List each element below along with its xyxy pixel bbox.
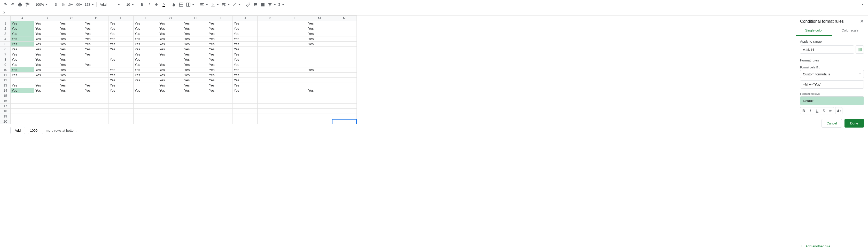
cell[interactable]: Yes <box>34 36 59 41</box>
cell[interactable]: Yes <box>133 47 158 52</box>
cell[interactable]: Yes <box>233 72 257 78</box>
cell[interactable] <box>257 21 282 26</box>
row-header[interactable]: 2 <box>0 26 10 31</box>
cell[interactable] <box>59 98 84 103</box>
cell[interactable] <box>84 114 109 119</box>
cell[interactable]: Yes <box>34 21 59 26</box>
cell[interactable]: Yes <box>84 31 109 36</box>
row-header[interactable]: 19 <box>0 114 10 119</box>
cell[interactable]: Yes <box>208 83 233 88</box>
cell[interactable]: Yes <box>10 62 34 67</box>
cell[interactable] <box>257 26 282 31</box>
row-header[interactable]: 7 <box>0 52 10 57</box>
cell[interactable] <box>59 119 84 124</box>
cell[interactable] <box>257 114 282 119</box>
cell[interactable]: Yes <box>158 62 183 67</box>
column-header[interactable]: L <box>282 16 307 21</box>
cell[interactable]: Yes <box>183 62 208 67</box>
cell[interactable]: Yes <box>183 26 208 31</box>
cell[interactable] <box>282 98 307 103</box>
cell[interactable]: Yes <box>183 21 208 26</box>
cell[interactable] <box>34 119 59 124</box>
cell[interactable]: Yes <box>233 31 257 36</box>
done-button[interactable]: Done <box>844 119 864 128</box>
cell[interactable]: Yes <box>133 31 158 36</box>
strikethrough-button[interactable]: S <box>153 1 160 8</box>
cell[interactable] <box>257 109 282 114</box>
cell[interactable] <box>59 93 84 98</box>
close-panel-button[interactable]: ✕ <box>860 19 864 24</box>
cell[interactable]: Yes <box>233 47 257 52</box>
cell[interactable] <box>158 57 183 62</box>
tab-single-color[interactable]: Single color <box>796 26 832 36</box>
cell[interactable] <box>257 36 282 41</box>
cell[interactable]: Yes <box>10 72 34 78</box>
cell[interactable]: Yes <box>59 52 84 57</box>
cell[interactable]: Yes <box>84 36 109 41</box>
cancel-button[interactable]: Cancel <box>822 119 842 128</box>
cell[interactable] <box>332 31 357 36</box>
cell[interactable] <box>332 88 357 93</box>
cell[interactable]: Yes <box>84 21 109 26</box>
cell[interactable]: Yes <box>133 88 158 93</box>
tab-color-scale[interactable]: Color scale <box>832 26 868 36</box>
cell[interactable]: Yes <box>59 72 84 78</box>
cell[interactable] <box>257 103 282 109</box>
cell[interactable]: Yes <box>233 83 257 88</box>
cell[interactable] <box>34 98 59 103</box>
cell[interactable]: Yes <box>34 41 59 47</box>
font-size-select[interactable]: 10 <box>125 2 135 8</box>
cell[interactable]: Yes <box>307 36 332 41</box>
cell[interactable]: Yes <box>10 83 34 88</box>
style-fill-color-button[interactable]: ▾ <box>835 107 842 114</box>
row-header[interactable]: 9 <box>0 62 10 67</box>
cell[interactable] <box>332 21 357 26</box>
collapse-toolbar-button[interactable] <box>861 4 864 5</box>
format-percent-button[interactable]: % <box>60 1 66 8</box>
cell[interactable]: Yes <box>183 47 208 52</box>
cell[interactable] <box>332 83 357 88</box>
cell[interactable]: Yes <box>84 26 109 31</box>
cell[interactable] <box>158 119 183 124</box>
cell[interactable]: Yes <box>59 31 84 36</box>
cell[interactable] <box>34 78 59 83</box>
filter-button[interactable] <box>267 1 277 8</box>
row-header[interactable]: 5 <box>0 41 10 47</box>
format-currency-button[interactable]: $ <box>53 1 59 8</box>
cell[interactable] <box>133 93 158 98</box>
cell[interactable]: Yes <box>133 26 158 31</box>
cell[interactable] <box>307 47 332 52</box>
row-header[interactable]: 10 <box>0 67 10 72</box>
cell[interactable]: Yes <box>158 72 183 78</box>
row-header[interactable]: 18 <box>0 109 10 114</box>
column-header[interactable]: F <box>133 16 158 21</box>
cell[interactable] <box>233 114 257 119</box>
redo-button[interactable] <box>9 1 16 8</box>
cell[interactable] <box>307 72 332 78</box>
cell[interactable]: Yes <box>307 21 332 26</box>
cell[interactable]: Yes <box>133 36 158 41</box>
cell[interactable] <box>257 83 282 88</box>
cell[interactable] <box>332 57 357 62</box>
column-header[interactable]: M <box>307 16 332 21</box>
cell[interactable] <box>84 72 109 78</box>
cell[interactable]: Yes <box>133 62 158 67</box>
cell[interactable]: Yes <box>34 88 59 93</box>
cell[interactable] <box>109 62 133 67</box>
cell[interactable] <box>257 67 282 72</box>
style-italic-button[interactable]: I <box>807 107 814 114</box>
cell[interactable] <box>183 98 208 103</box>
cell[interactable] <box>133 103 158 109</box>
cell[interactable] <box>59 109 84 114</box>
horizontal-align-button[interactable] <box>199 1 209 8</box>
cell[interactable] <box>34 103 59 109</box>
cell[interactable]: Yes <box>158 88 183 93</box>
cell[interactable] <box>183 103 208 109</box>
cell[interactable] <box>84 109 109 114</box>
cell[interactable] <box>109 98 133 103</box>
add-rows-button[interactable]: Add <box>10 127 25 134</box>
cell[interactable] <box>233 98 257 103</box>
cell[interactable]: Yes <box>233 67 257 72</box>
row-header[interactable]: 17 <box>0 103 10 109</box>
cell[interactable]: Yes <box>34 62 59 67</box>
